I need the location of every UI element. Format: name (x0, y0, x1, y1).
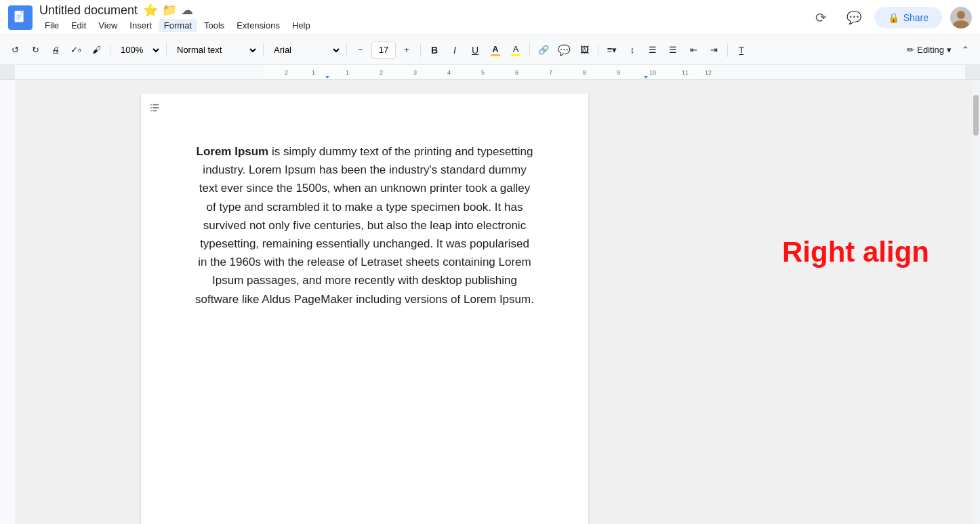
zoom-select[interactable]: 100% 75% 125% 150% (115, 41, 162, 60)
folder-icon[interactable]: 📁 (162, 3, 177, 18)
svg-rect-29 (150, 104, 152, 106)
underline-button[interactable]: U (466, 41, 485, 60)
doc-title[interactable]: Untitled document (39, 3, 138, 18)
indent-increase-button[interactable]: ⇥ (704, 41, 723, 60)
doc-area[interactable]: Lorem Ipsum is simply dummy text of the … (15, 80, 714, 524)
pencil-icon: ✏ (907, 45, 914, 55)
svg-rect-32 (152, 107, 159, 108)
svg-rect-9 (0, 65, 15, 80)
menu-edit[interactable]: Edit (66, 19, 91, 32)
star-icon[interactable]: ⭐ (143, 3, 158, 18)
svg-text:10: 10 (649, 69, 656, 76)
menu-file[interactable]: File (39, 19, 64, 32)
redo-button[interactable]: ↻ (26, 41, 45, 60)
add-comment-button[interactable]: 💬 (554, 41, 573, 60)
clear-format-button[interactable]: T̲ (732, 41, 751, 60)
menu-bar: File Edit View Insert Format Tools Exten… (39, 19, 809, 32)
history-button[interactable]: ⟳ (809, 5, 834, 30)
right-align-annotation: Right align (782, 236, 929, 268)
svg-point-6 (957, 11, 965, 19)
divider-1 (110, 43, 110, 57)
menu-view[interactable]: View (93, 19, 123, 32)
comments-button[interactable]: 💬 (842, 5, 866, 30)
title-icons: ⭐ 📁 ☁ (143, 3, 193, 18)
doc-page[interactable]: Lorem Ipsum is simply dummy text of the … (141, 94, 588, 524)
italic-button[interactable]: I (445, 41, 464, 60)
svg-text:3: 3 (413, 69, 417, 76)
svg-point-7 (953, 20, 969, 28)
svg-text:9: 9 (617, 69, 620, 76)
align-button[interactable]: ≡▾ (603, 41, 621, 60)
divider-7 (598, 43, 598, 57)
doc-content[interactable]: Lorem Ipsum is simply dummy text of the … (195, 142, 534, 308)
menu-tools[interactable]: Tools (199, 19, 230, 32)
header-right: ⟳ 💬 🔒 Share (809, 5, 972, 30)
svg-text:4: 4 (447, 69, 451, 76)
share-lock-icon: 🔒 (888, 12, 899, 23)
divider-8 (727, 43, 728, 57)
highlight-button[interactable]: A (506, 41, 525, 60)
spellcheck-button[interactable]: ✓a (66, 41, 85, 60)
text-color-button[interactable]: A (486, 41, 505, 60)
bullet-list-button[interactable]: ☰ (643, 41, 662, 60)
divider-2 (166, 43, 167, 57)
undo-button[interactable]: ↺ (5, 41, 24, 60)
main-area: Lorem Ipsum is simply dummy text of the … (0, 80, 980, 524)
share-label: Share (903, 12, 928, 23)
right-scrollbar[interactable] (972, 80, 980, 524)
edit-mode-button[interactable]: ✏ Editing ▾ (904, 41, 954, 60)
menu-extensions[interactable]: Extensions (231, 19, 285, 32)
collapse-toolbar-button[interactable]: ⌃ (956, 41, 975, 60)
insert-image-button[interactable]: 🖼 (575, 41, 594, 60)
editing-label: Editing (917, 45, 944, 55)
svg-text:2: 2 (380, 69, 383, 76)
left-ruler-svg (0, 80, 15, 524)
svg-text:1: 1 (312, 69, 315, 76)
app-icon[interactable] (8, 5, 33, 30)
title-bar: Untitled document ⭐ 📁 ☁ File Edit View I… (0, 0, 980, 35)
svg-text:7: 7 (549, 69, 552, 76)
svg-text:6: 6 (515, 69, 518, 76)
doc-title-row: Untitled document ⭐ 📁 ☁ (39, 3, 809, 18)
cloud-icon[interactable]: ☁ (181, 3, 193, 18)
line-spacing-button[interactable]: ↕ (623, 41, 642, 60)
svg-text:5: 5 (481, 69, 485, 76)
share-button[interactable]: 🔒 Share (874, 7, 942, 28)
outline-toggle-icon (149, 102, 161, 114)
divider-5 (420, 43, 421, 57)
svg-text:1: 1 (346, 69, 349, 76)
font-size-input[interactable] (371, 41, 396, 59)
menu-format[interactable]: Format (159, 19, 197, 32)
paint-format-button[interactable]: 🖌 (87, 41, 106, 60)
font-size-increase-button[interactable]: + (397, 41, 416, 60)
toolbar: ↺ ↻ 🖨 ✓a 🖌 100% 75% 125% 150% Normal tex… (0, 35, 980, 65)
menu-insert[interactable]: Insert (124, 19, 157, 32)
left-ruler (0, 80, 15, 524)
divider-3 (263, 43, 264, 57)
avatar-image (950, 7, 972, 28)
menu-help[interactable]: Help (287, 19, 316, 32)
content-bold: Lorem Ipsum (197, 145, 269, 158)
font-size-decrease-button[interactable]: − (351, 41, 370, 60)
title-info: Untitled document ⭐ 📁 ☁ File Edit View I… (39, 3, 809, 32)
svg-rect-33 (150, 110, 152, 112)
svg-rect-28 (0, 80, 15, 524)
svg-rect-11 (264, 65, 712, 80)
scroll-thumb[interactable] (973, 95, 979, 136)
font-size-control: − + (351, 41, 416, 60)
print-button[interactable]: 🖨 (46, 41, 65, 60)
link-button[interactable]: 🔗 (534, 41, 553, 60)
chevron-down-icon: ▾ (947, 45, 952, 55)
outline-icon[interactable] (149, 102, 161, 117)
content-rest: is simply dummy text of the printing and… (195, 145, 534, 306)
color-bar (491, 54, 500, 56)
svg-text:2: 2 (285, 69, 288, 76)
right-panel: Right align (714, 80, 972, 524)
indent-decrease-button[interactable]: ⇤ (684, 41, 703, 60)
avatar[interactable] (950, 7, 972, 28)
numbered-list-button[interactable]: ☰ (663, 41, 682, 60)
bold-button[interactable]: B (425, 41, 444, 60)
text-color-indicator: A (491, 44, 500, 56)
style-select[interactable]: Normal text Heading 1 Heading 2 Heading … (171, 41, 259, 60)
font-select[interactable]: Arial Times New Roman Georgia (268, 41, 342, 60)
